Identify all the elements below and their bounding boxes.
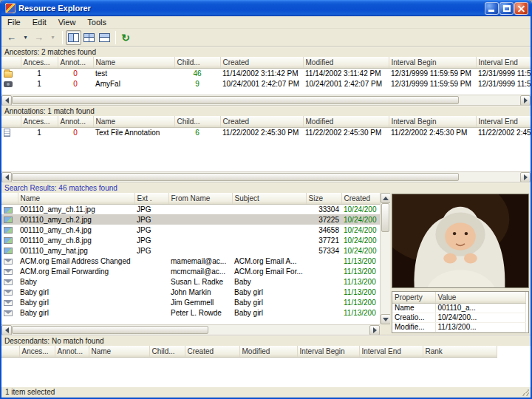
column-header[interactable]: Annot...	[58, 57, 93, 68]
column-header[interactable]: Property	[392, 292, 435, 303]
column-header[interactable]: Created	[220, 116, 303, 127]
column-header[interactable]: Child...	[174, 116, 220, 127]
scroll-left-button[interactable]	[1, 325, 12, 335]
search-vertical-scrollbar[interactable]	[380, 193, 390, 324]
table-row[interactable]: ACM.org Email Forwardingmcmcmail@ac...AC…	[1, 266, 390, 276]
column-header[interactable]: Name	[93, 116, 174, 127]
menu-file[interactable]: File	[1, 17, 27, 27]
table-row[interactable]: 001110_amy_hat.jpgJPG5733410/24/200	[1, 245, 390, 256]
table-row[interactable]: 001110_amy_ch.8.jpgJPG3772110/24/200	[1, 235, 390, 245]
back-button[interactable]: ←	[4, 30, 18, 45]
annotations-horizontal-scrollbar[interactable]	[1, 171, 531, 182]
column-header[interactable]: Rank	[423, 346, 497, 357]
jpg-icon	[4, 207, 13, 214]
titlebar[interactable]: Resource Explorer	[1, 0, 531, 16]
minimize-button[interactable]	[485, 2, 499, 15]
column-header-icon[interactable]	[1, 57, 21, 68]
cell: 001110_amy_ch.11.jpg	[18, 204, 134, 214]
column-header[interactable]: Child...	[149, 346, 185, 357]
column-header[interactable]: Name	[18, 193, 134, 204]
table-row[interactable]: 10Text File Annotation611/22/2002 2:45:3…	[1, 127, 531, 137]
column-header[interactable]: Modified	[239, 346, 297, 357]
table-row[interactable]: Name001110_a...	[392, 303, 525, 313]
column-header[interactable]: Created	[220, 57, 303, 68]
column-header[interactable]: Interval Begin	[389, 57, 476, 68]
maximize-button[interactable]	[499, 2, 514, 15]
table-row[interactable]: 001110_amy_ch.4.jpgJPG3465810/24/200	[1, 225, 390, 235]
menu-view[interactable]: View	[52, 17, 82, 27]
column-header[interactable]: Annot...	[55, 346, 89, 357]
column-header[interactable]: Name	[93, 57, 174, 68]
scroll-right-button[interactable]	[520, 172, 531, 183]
column-header[interactable]: Ances...	[21, 57, 58, 68]
table-row[interactable]: BabySusan L. RadkeBaby11/13/200	[1, 276, 390, 287]
column-header[interactable]: Interval Begin	[297, 346, 359, 357]
scrollbar-thumb[interactable]	[381, 203, 389, 232]
refresh-button[interactable]: ↻	[119, 30, 132, 45]
table-row[interactable]: Creatio...10/24/200...	[392, 313, 525, 322]
app-icon[interactable]	[5, 3, 16, 13]
scroll-right-button[interactable]	[520, 95, 531, 106]
table-row[interactable]: 001110_amy_ch.11.jpgJPG3330410/24/200	[1, 204, 390, 214]
view-grid-panes-button[interactable]	[81, 30, 97, 45]
table-row[interactable]: 001110_amy_ch.2.jpgJPG3722510/24/200	[1, 214, 390, 225]
column-header[interactable]: Created	[185, 346, 239, 357]
column-header-icon[interactable]	[1, 346, 19, 357]
toolbar-separator	[115, 31, 116, 44]
menu-tools[interactable]: Tools	[81, 17, 112, 27]
search-horizontal-scrollbar[interactable]	[1, 324, 380, 335]
column-header[interactable]: Ext .	[134, 193, 168, 204]
cell: 33304	[306, 204, 341, 214]
forward-dropdown-button[interactable]: ▾	[46, 30, 59, 45]
menu-edit[interactable]: Edit	[27, 17, 52, 27]
column-header[interactable]: Interval Begin	[389, 116, 476, 127]
column-header[interactable]: Child...	[174, 57, 220, 68]
cell: 001110_amy_hat.jpg	[18, 245, 134, 256]
cell	[232, 235, 306, 245]
column-header[interactable]: Subject	[232, 193, 306, 204]
table-row[interactable]: ACM.org Email Address Changedmamemail@ac…	[1, 256, 390, 266]
scroll-down-button[interactable]	[381, 314, 390, 324]
column-header[interactable]: Modified	[303, 116, 389, 127]
table-row[interactable]: Modifie...11/13/200...	[392, 322, 525, 332]
column-header-icon[interactable]	[1, 193, 18, 204]
cell: JPG	[134, 225, 168, 235]
back-dropdown-button[interactable]: ▾	[18, 30, 32, 45]
row-icon-cell	[1, 127, 21, 137]
resize-grip-icon[interactable]	[522, 389, 529, 396]
column-header[interactable]: Size	[306, 193, 341, 204]
table-row[interactable]: 10test4611/14/2002 3:11:42 PM11/14/2002 …	[1, 68, 531, 78]
column-header[interactable]: From Name	[168, 193, 232, 204]
column-header-icon[interactable]	[1, 116, 21, 127]
table-row[interactable]: Baby girlPeter L. RowdeBaby girl11/13/20…	[1, 307, 390, 318]
scroll-right-button[interactable]	[369, 325, 380, 335]
cell: 11/22/2002 2:45:30 PM	[303, 127, 389, 137]
mail-icon	[4, 310, 13, 316]
column-header[interactable]: Ances...	[21, 116, 58, 127]
close-button[interactable]	[514, 2, 528, 15]
scrollbar-thumb[interactable]	[12, 326, 208, 334]
scrollbar-corner	[380, 324, 390, 335]
column-header[interactable]: Name	[89, 346, 149, 357]
scroll-up-button[interactable]	[381, 193, 390, 203]
column-header[interactable]: Annot...	[58, 116, 93, 127]
column-header[interactable]: Interval End	[476, 57, 531, 68]
column-header[interactable]: Interval End	[476, 116, 531, 127]
view-horizontal-panes-button[interactable]	[97, 30, 112, 45]
chevron-down-icon: ▾	[24, 34, 27, 41]
table-row[interactable]: 10AmyFal910/24/2001 2:42:07 PM10/24/2001…	[1, 78, 531, 89]
scroll-left-button[interactable]	[1, 95, 12, 106]
ancestors-horizontal-scrollbar[interactable]	[1, 95, 531, 105]
column-header[interactable]: Value	[435, 292, 525, 303]
view-vertical-panes-button[interactable]	[66, 30, 81, 45]
column-header[interactable]: Ances...	[19, 346, 55, 357]
scroll-left-button[interactable]	[1, 172, 12, 183]
scrollbar-thumb[interactable]	[12, 96, 459, 104]
forward-button[interactable]: →	[32, 30, 46, 45]
table-row[interactable]: Baby girlJim GemmellBaby girl11/13/200	[1, 297, 390, 307]
column-header[interactable]: Interval End	[359, 346, 423, 357]
cell: 0	[58, 127, 93, 137]
column-header[interactable]: Modified	[303, 57, 389, 68]
table-row[interactable]: Baby girlJohn MarkinBaby girl11/13/200	[1, 287, 390, 297]
scrollbar-thumb[interactable]	[12, 173, 459, 181]
